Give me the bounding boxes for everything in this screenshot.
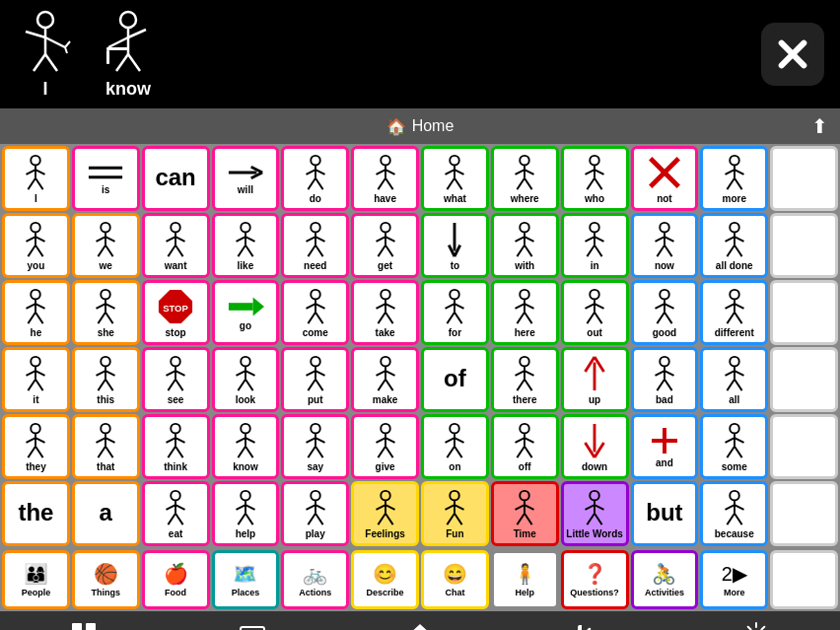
grid-cell[interactable]: think (142, 414, 210, 479)
grid-cell[interactable]: come (281, 280, 349, 345)
grid-cell[interactable]: STOPstop (142, 280, 210, 345)
grid-cell[interactable]: out (561, 280, 629, 345)
grid-cell[interactable]: down (561, 414, 629, 479)
grid-cell[interactable]: like (212, 213, 280, 278)
grid-cell[interactable]: all done (700, 213, 768, 278)
svg-line-50 (525, 177, 532, 188)
grid-cell[interactable]: see (142, 347, 210, 412)
grid-cell[interactable] (770, 481, 838, 546)
grid-cell[interactable]: here (491, 280, 559, 345)
grid-cell[interactable]: in (561, 213, 629, 278)
nav-keyboard-button[interactable] (168, 611, 335, 630)
category-cell[interactable]: 2▶More (700, 550, 768, 609)
grid-cell[interactable]: different (700, 280, 768, 345)
grid-cell[interactable]: up (561, 347, 629, 412)
grid-cell[interactable]: want (142, 213, 210, 278)
grid-cell[interactable]: this (72, 347, 140, 412)
grid-cell[interactable]: a (72, 481, 140, 546)
grid-cell[interactable]: get (351, 213, 419, 278)
cell-label: some (722, 461, 747, 472)
grid-cell[interactable]: who (561, 146, 629, 211)
svg-line-248 (35, 446, 43, 456)
grid-cell[interactable]: we (72, 213, 140, 278)
grid-cell[interactable]: some (700, 414, 768, 479)
grid-cell[interactable]: not (631, 146, 699, 211)
grid-cell[interactable]: that (72, 414, 140, 479)
grid-cell[interactable] (770, 347, 838, 412)
grid-cell[interactable]: to (421, 213, 489, 278)
category-cell[interactable]: 👨‍👩‍👦People (2, 550, 70, 609)
grid-cell[interactable]: with (491, 213, 559, 278)
grid-cell[interactable]: go (212, 280, 280, 345)
grid-cell[interactable]: there (491, 347, 559, 412)
grid-cell[interactable]: look (212, 347, 280, 412)
grid-cell[interactable] (770, 146, 838, 211)
grid-cell[interactable]: Fun (421, 481, 489, 546)
grid-cell[interactable]: he (2, 280, 70, 345)
category-cell[interactable]: 🧍Help (491, 550, 559, 609)
grid-cell[interactable] (770, 280, 838, 345)
category-cell[interactable] (770, 550, 838, 609)
grid-cell[interactable]: take (351, 280, 419, 345)
grid-cell[interactable]: but (631, 481, 699, 546)
nav-home-button[interactable] (336, 611, 504, 630)
grid-cell[interactable]: help (212, 481, 280, 546)
grid-cell[interactable]: the (2, 481, 70, 546)
grid-cell[interactable]: Feelings (351, 481, 419, 546)
nav-back-button[interactable] (504, 611, 671, 630)
grid-cell[interactable]: play (281, 481, 349, 546)
grid-cell[interactable]: and (631, 414, 699, 479)
category-cell[interactable]: 🚴Activities (631, 550, 699, 609)
grid-cell[interactable]: because (700, 481, 768, 546)
grid-cell[interactable]: on (421, 414, 489, 479)
grid-cell[interactable]: now (631, 213, 699, 278)
grid-cell[interactable]: is (72, 146, 140, 211)
category-cell[interactable]: 🍎Food (142, 550, 210, 609)
category-cell[interactable]: 🚲Actions (281, 550, 349, 609)
grid-cell[interactable]: all (700, 347, 768, 412)
grid-cell[interactable]: can (142, 146, 210, 211)
grid-cell[interactable]: I (2, 146, 70, 211)
grid-cell[interactable]: good (631, 280, 699, 345)
grid-cell[interactable]: for (421, 280, 489, 345)
category-cell[interactable]: 🗺️Places (212, 550, 280, 609)
cat-icon: 🚲 (303, 562, 327, 586)
svg-point-156 (451, 289, 460, 299)
grid-cell[interactable]: Little Words (561, 481, 629, 546)
grid-cell[interactable] (770, 414, 838, 479)
grid-cell[interactable] (770, 213, 838, 278)
grid-cell[interactable]: what (421, 146, 489, 211)
grid-cell[interactable]: say (281, 414, 349, 479)
she-icon (87, 288, 124, 325)
nav-settings-button[interactable] (672, 611, 840, 630)
close-button[interactable] (761, 23, 824, 86)
grid-cell[interactable]: make (351, 347, 419, 412)
grid-cell[interactable]: you (2, 213, 70, 278)
grid-cell[interactable]: bad (631, 347, 699, 412)
grid-cell[interactable]: give (351, 414, 419, 479)
category-cell[interactable]: 😄Chat (421, 550, 489, 609)
category-cell[interactable]: 😊Describe (351, 550, 419, 609)
grid-cell[interactable]: where (491, 146, 559, 211)
nav-grid-button[interactable] (0, 611, 168, 630)
grid-cell[interactable]: Time (491, 481, 559, 546)
grid-cell[interactable]: know (212, 414, 280, 479)
grid-cell[interactable]: have (351, 146, 419, 211)
grid-cell[interactable]: put (281, 347, 349, 412)
grid-cell[interactable]: will (212, 146, 280, 211)
svg-point-249 (101, 423, 110, 433)
grid-cell[interactable]: she (72, 280, 140, 345)
cell-label: get (378, 260, 392, 271)
grid-cell[interactable]: eat (142, 481, 210, 546)
grid-cell[interactable]: need (281, 213, 349, 278)
grid-cell[interactable]: more (700, 146, 768, 211)
they-icon (17, 422, 54, 459)
category-cell[interactable]: ❓Questions? (561, 550, 629, 609)
grid-cell[interactable]: it (2, 347, 70, 412)
share-button[interactable]: ⬆ (811, 114, 828, 138)
grid-cell[interactable]: off (491, 414, 559, 479)
grid-cell[interactable]: do (281, 146, 349, 211)
grid-cell[interactable]: they (2, 414, 70, 479)
category-cell[interactable]: 🏀Things (72, 550, 140, 609)
grid-cell[interactable]: of (421, 347, 489, 412)
